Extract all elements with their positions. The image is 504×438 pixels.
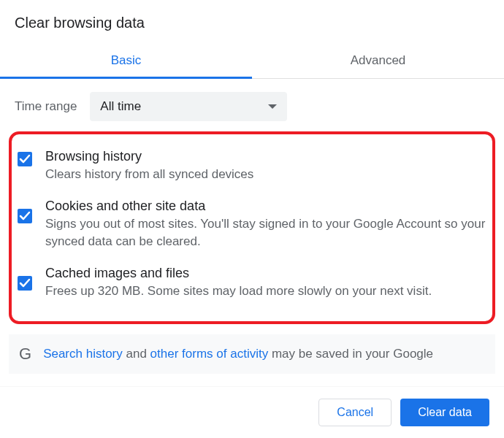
item-cache: Cached images and files Frees up 320 MB.…	[18, 258, 486, 308]
tab-advanced[interactable]: Advanced	[252, 45, 504, 78]
time-range-row: Time range All time	[0, 79, 504, 131]
highlight-box: Browsing history Clears history from all…	[9, 131, 495, 324]
check-icon	[19, 153, 31, 165]
link-search-history[interactable]: Search history	[43, 347, 123, 361]
time-range-label: Time range	[15, 99, 77, 114]
dialog-title: Clear browsing data	[0, 0, 504, 45]
link-other-activity[interactable]: other forms of activity	[150, 347, 269, 361]
info-text: Search history and other forms of activi…	[43, 347, 433, 361]
time-range-value: All time	[100, 99, 141, 114]
checkbox-browsing-history[interactable]	[18, 152, 32, 166]
item-title: Cookies and other site data	[45, 199, 486, 214]
cancel-button[interactable]: Cancel	[318, 399, 392, 426]
item-desc: Signs you out of most sites. You'll stay…	[45, 215, 486, 251]
clear-data-button[interactable]: Clear data	[400, 399, 489, 426]
info-strip: G Search history and other forms of acti…	[9, 334, 495, 374]
tab-basic[interactable]: Basic	[0, 45, 252, 78]
item-title: Cached images and files	[45, 266, 486, 281]
info-tail: may be saved in your Google	[268, 347, 433, 361]
checkbox-cache[interactable]	[18, 276, 32, 291]
tabs: Basic Advanced	[0, 45, 504, 79]
google-icon: G	[19, 345, 31, 364]
check-icon	[19, 277, 31, 289]
check-icon	[19, 210, 31, 222]
dialog-footer: Cancel Clear data	[0, 386, 504, 438]
time-range-select[interactable]: All time	[90, 92, 287, 121]
item-desc: Frees up 320 MB. Some sites may load mor…	[45, 283, 486, 301]
chevron-down-icon	[268, 104, 277, 109]
item-desc: Clears history from all synced devices	[45, 166, 486, 184]
item-browsing-history: Browsing history Clears history from all…	[18, 142, 486, 191]
info-mid: and	[123, 347, 150, 361]
item-cookies: Cookies and other site data Signs you ou…	[18, 191, 486, 258]
checkbox-cookies[interactable]	[18, 209, 32, 223]
item-title: Browsing history	[45, 149, 486, 164]
